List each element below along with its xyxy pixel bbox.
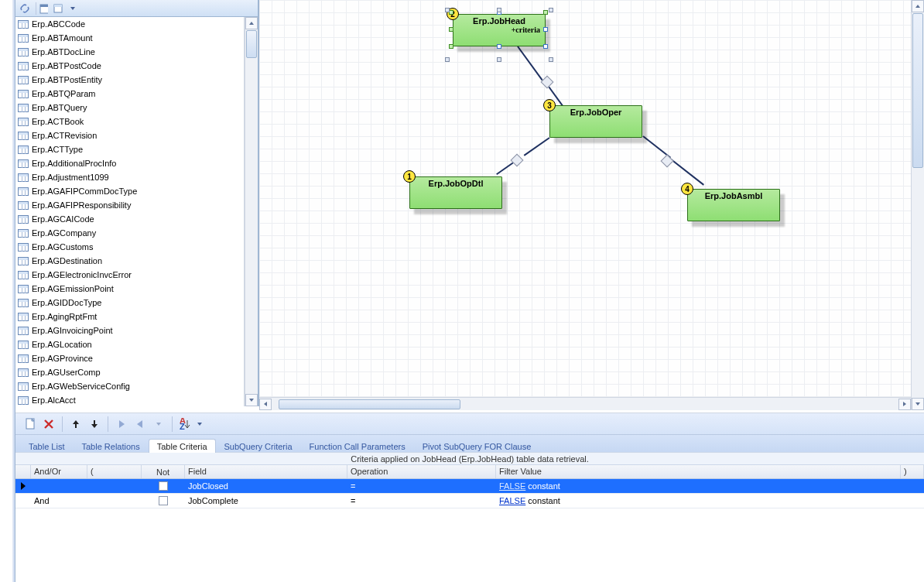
hscroll-thumb[interactable] <box>279 399 460 409</box>
diagram-node-jobhead[interactable]: Erp.JobHead+criteria2 <box>453 14 546 46</box>
table-list-item[interactable]: Erp.Adjustment1099 <box>15 170 244 184</box>
table-list-item[interactable]: Erp.AgingRptFmt <box>15 310 244 324</box>
node-body[interactable]: Erp.JobAsmbl <box>687 189 780 221</box>
table-list-item[interactable]: Erp.AGLocation <box>15 337 244 351</box>
criteria-row[interactable]: AndJobComplete=FALSE constant <box>15 494 924 508</box>
table-list-item[interactable]: Erp.AGUserComp <box>15 365 244 379</box>
table-list-item[interactable]: Erp.ABTQuery <box>15 101 244 115</box>
scroll-thumb[interactable] <box>246 30 257 58</box>
cell-operation[interactable]: = <box>347 495 496 507</box>
table-list-item[interactable]: Erp.ABTPostCode <box>15 59 244 73</box>
table-list-item[interactable]: Erp.AGAFIPResponsibility <box>15 198 244 212</box>
diagram-node-joboper[interactable]: Erp.JobOper3 <box>549 105 642 138</box>
delete-button[interactable] <box>40 416 57 433</box>
cell-andor[interactable]: And <box>31 495 87 507</box>
table-list[interactable]: Erp.ABCCodeErp.ABTAmountErp.ABTDocLineEr… <box>15 17 245 406</box>
col-paren-close[interactable]: ) <box>901 465 924 478</box>
cell-not[interactable] <box>142 495 185 507</box>
col-field[interactable]: Field <box>185 465 347 478</box>
table-list-item[interactable]: Erp.ABTPostEntity <box>15 73 244 87</box>
cell-paren-open[interactable] <box>87 499 142 502</box>
table-view-icon[interactable] <box>53 2 65 15</box>
node-body[interactable]: Erp.JobOpDtl <box>409 176 502 209</box>
selection-handle[interactable] <box>543 44 548 49</box>
selection-handle-outer[interactable] <box>445 8 450 12</box>
hscroll-track[interactable] <box>272 399 898 410</box>
play-dropdown-icon[interactable] <box>150 416 167 433</box>
tab-function-call-parameters[interactable]: Function Call Parameters <box>301 439 414 453</box>
table-list-item[interactable]: Erp.AGCustoms <box>15 240 244 254</box>
tab-table-list[interactable]: Table List <box>20 439 73 453</box>
table-list-item[interactable]: Erp.AlcAcct <box>15 393 244 406</box>
cell-not[interactable] <box>142 480 185 492</box>
hscroll-right-button[interactable] <box>898 399 911 410</box>
link-handle-1[interactable] <box>541 76 554 89</box>
table-list-item[interactable]: Erp.AGEmissionPoint <box>15 282 244 296</box>
diagram-node-jobopdtl[interactable]: Erp.JobOpDtl1 <box>409 176 502 209</box>
selection-handle-outer[interactable] <box>497 8 501 12</box>
diagram-canvas[interactable]: Erp.JobHead+criteria2Erp.JobOper3Erp.Job… <box>259 0 911 397</box>
filter-value-link[interactable]: FALSE <box>499 481 525 491</box>
vscroll-down-button[interactable] <box>912 398 924 410</box>
table-list-item[interactable]: Erp.AGCAICode <box>15 212 244 226</box>
move-up-button[interactable] <box>67 416 84 433</box>
canvas-vscrollbar[interactable] <box>911 0 924 410</box>
calendar-icon[interactable] <box>36 2 48 15</box>
vscroll-thumb[interactable] <box>912 13 923 168</box>
table-list-item[interactable]: Erp.ACTRevision <box>15 128 244 142</box>
new-button[interactable] <box>22 416 39 433</box>
cell-paren-open[interactable] <box>87 484 142 488</box>
table-list-item[interactable]: Erp.ABTDocLine <box>15 45 244 59</box>
sort-dropdown-icon[interactable] <box>196 416 204 433</box>
table-list-item[interactable]: Erp.AGAFIPCommDocType <box>15 184 244 198</box>
col-paren-open[interactable]: ( <box>87 465 142 478</box>
tab-table-criteria[interactable]: Table Criteria <box>149 439 216 453</box>
selection-handle-outer[interactable] <box>497 57 501 62</box>
cell-paren-close[interactable] <box>901 484 924 488</box>
vscroll-up-button[interactable] <box>912 0 924 12</box>
filter-value-link[interactable]: FALSE <box>499 496 525 505</box>
tab-pivot-subquery-for-clause[interactable]: Pivot SubQuery FOR Clause <box>414 439 540 453</box>
scroll-up-button[interactable] <box>245 17 258 29</box>
table-list-item[interactable]: Erp.ABTQParam <box>15 87 244 101</box>
cell-filter-value[interactable]: FALSE constant <box>496 480 901 492</box>
node-body[interactable]: Erp.JobHead+criteria <box>453 14 546 46</box>
cell-field[interactable]: JobClosed <box>185 480 347 492</box>
not-checkbox[interactable] <box>159 481 168 491</box>
col-operation[interactable]: Operation <box>347 465 496 478</box>
selection-handle[interactable] <box>449 44 453 49</box>
cell-operation[interactable]: = <box>347 480 496 492</box>
scroll-down-button[interactable] <box>245 394 258 406</box>
move-down-button[interactable] <box>86 416 103 433</box>
col-andor[interactable]: And/Or <box>31 465 87 478</box>
node-body[interactable]: Erp.JobOper <box>549 105 642 138</box>
criteria-grid-body[interactable]: JobClosed=FALSE constantAndJobComplete=F… <box>15 479 924 508</box>
table-list-item[interactable]: Erp.AGElectronicInvcError <box>15 268 244 282</box>
diagram-node-jobasmbl[interactable]: Erp.JobAsmbl4 <box>687 189 780 221</box>
tab-table-relations[interactable]: Table Relations <box>73 439 148 453</box>
canvas-hscrollbar[interactable] <box>259 397 911 410</box>
hscroll-left-button[interactable] <box>259 399 272 410</box>
selection-handle[interactable] <box>449 27 453 32</box>
table-list-item[interactable]: Erp.ABCCode <box>15 17 244 31</box>
table-list-item[interactable]: Erp.ACTBook <box>15 115 244 128</box>
table-list-item[interactable]: Erp.ACTType <box>15 142 244 156</box>
cell-paren-close[interactable] <box>901 499 924 502</box>
play-back-button[interactable] <box>132 416 149 433</box>
sort-button[interactable]: AZ <box>177 416 194 433</box>
link-handle-3[interactable] <box>661 155 674 168</box>
table-list-item[interactable]: Erp.AGProvince <box>15 351 244 365</box>
link-handle-2[interactable] <box>511 154 524 167</box>
col-not[interactable]: Not <box>142 465 185 478</box>
table-list-item[interactable]: Erp.AGInvoicingPoint <box>15 324 244 337</box>
vscroll-track[interactable] <box>912 13 923 397</box>
table-list-item[interactable]: Erp.AGWebServiceConfig <box>15 379 244 393</box>
toolbar-dropdown-icon[interactable] <box>70 2 76 15</box>
col-filter-value[interactable]: Filter Value <box>496 465 901 478</box>
criteria-row[interactable]: JobClosed=FALSE constant <box>15 479 924 494</box>
cell-filter-value[interactable]: FALSE constant <box>496 495 901 507</box>
selection-handle[interactable] <box>497 44 501 49</box>
table-list-item[interactable]: Erp.AGDestination <box>15 254 244 268</box>
table-list-scrollbar[interactable] <box>245 17 258 406</box>
table-list-item[interactable]: Erp.ABTAmount <box>15 31 244 45</box>
